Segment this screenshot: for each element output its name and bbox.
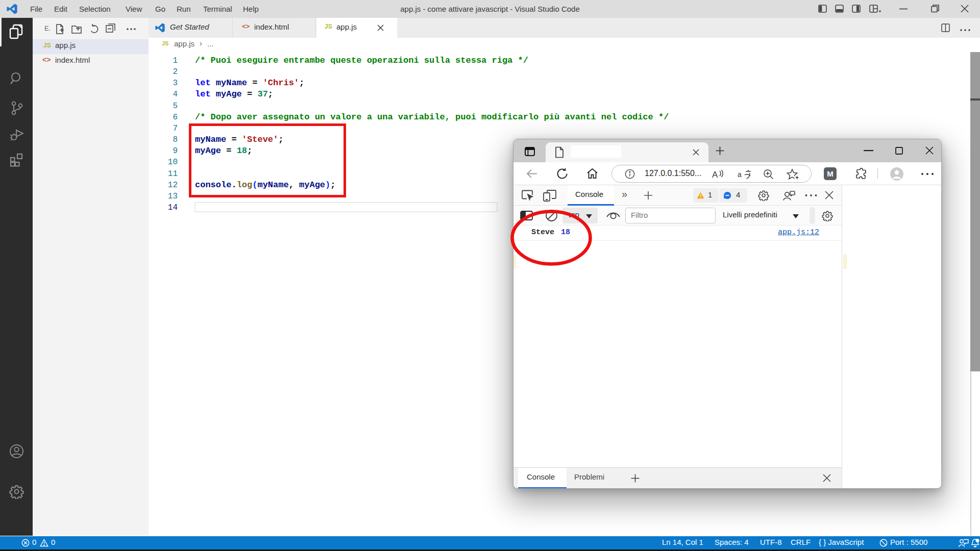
- svg-text:A: A: [712, 170, 718, 180]
- svg-text:a: a: [738, 170, 742, 179]
